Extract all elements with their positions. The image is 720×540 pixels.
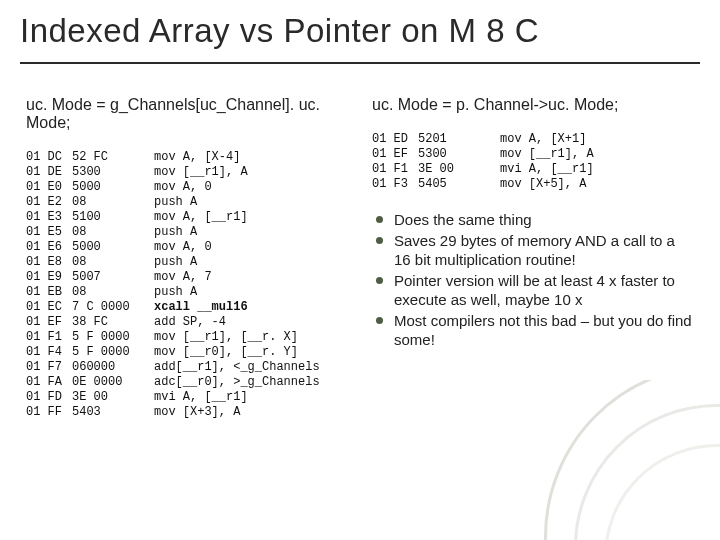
code-row: 01 E95007mov A, 7 [26,270,348,285]
bullet-text: Does the same thing [394,211,532,228]
page-title: Indexed Array vs Pointer on M 8 C [20,12,539,50]
code-row: 01 E35100mov A, [__r1] [26,210,348,225]
code-row: 01 DE5300mov [__r1], A [26,165,348,180]
code-row: 01 F15 F 0000mov [__r1], [__r. X] [26,330,348,345]
code-row: 01 EF38 FCadd SP, -4 [26,315,348,330]
code-row: 01 EC7 C 0000xcall __mul16 [26,300,348,315]
code-row: 01 F7060000add[__r1], <_g_Channels [26,360,348,375]
bullet-item: Pointer version will be at least 4 x fas… [372,271,694,309]
code-row: 01 ED5201mov A, [X+1] [372,132,694,147]
code-row: 01 DC52 FCmov A, [X-4] [26,150,348,165]
code-row: 01 FA0E 0000adc[__r0], >_g_Channels [26,375,348,390]
left-code-block: 01 DC52 FCmov A, [X-4]01 DE5300mov [__r1… [26,150,348,420]
code-row: 01 FF5403mov [X+3], A [26,405,348,420]
content-columns: uc. Mode = g_Channels[uc_Channel]. uc. M… [26,96,694,420]
left-column: uc. Mode = g_Channels[uc_Channel]. uc. M… [26,96,366,420]
code-row: 01 F35405mov [X+5], A [372,177,694,192]
right-code-block: 01 ED5201mov A, [X+1]01 EF5300mov [__r1]… [372,132,694,192]
title-rule [20,62,700,64]
right-column: uc. Mode = p. Channel->uc. Mode; 01 ED52… [366,96,694,420]
bullet-item: Most compilers not this bad – but you do… [372,311,694,349]
code-row: 01 E65000mov A, 0 [26,240,348,255]
code-row: 01 E208push A [26,195,348,210]
bullet-dot-icon [376,317,383,324]
bullet-text: Pointer version will be at least 4 x fas… [394,272,675,308]
code-row: 01 FD3E 00mvi A, [__r1] [26,390,348,405]
bullet-text: Most compilers not this bad – but you do… [394,312,692,348]
code-row: 01 F13E 00mvi A, [__r1] [372,162,694,177]
bullet-item: Saves 29 bytes of memory AND a call to a… [372,231,694,269]
code-row: 01 E808push A [26,255,348,270]
bullet-dot-icon [376,277,383,284]
code-row: 01 EF5300mov [__r1], A [372,147,694,162]
code-row: 01 E05000mov A, 0 [26,180,348,195]
slide: Indexed Array vs Pointer on M 8 C uc. Mo… [0,0,720,540]
right-heading: uc. Mode = p. Channel->uc. Mode; [372,96,694,114]
left-heading: uc. Mode = g_Channels[uc_Channel]. uc. M… [26,96,348,132]
bullet-dot-icon [376,216,383,223]
bullet-item: Does the same thing [372,210,694,229]
code-row: 01 F45 F 0000mov [__r0], [__r. Y] [26,345,348,360]
code-row: 01 EB08push A [26,285,348,300]
bullet-dot-icon [376,237,383,244]
code-row: 01 E508push A [26,225,348,240]
bullet-list: Does the same thingSaves 29 bytes of mem… [372,210,694,349]
bullet-text: Saves 29 bytes of memory AND a call to a… [394,232,675,268]
